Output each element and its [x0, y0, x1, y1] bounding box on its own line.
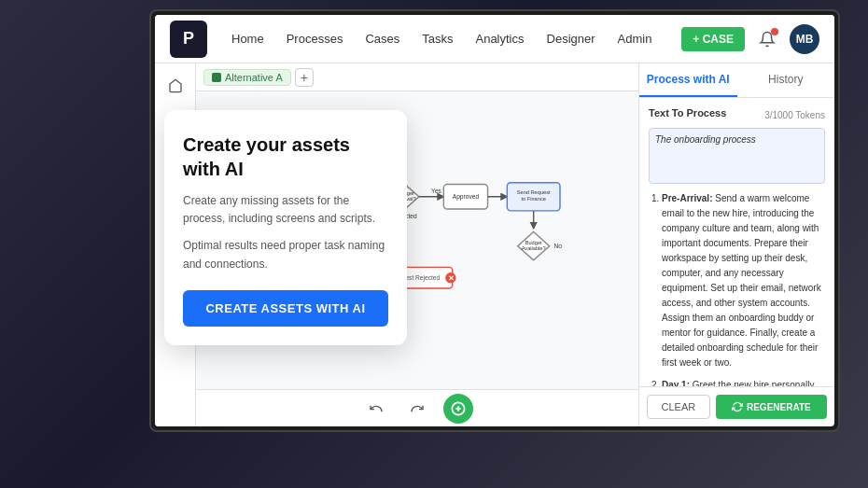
- text-to-process-label: Text To Process: [649, 107, 726, 119]
- nav-tasks[interactable]: Tasks: [413, 26, 462, 51]
- create-assets-button[interactable]: CREATE ASSETS WITH AI: [183, 290, 388, 327]
- nav-home[interactable]: Home: [222, 26, 273, 51]
- screen: P Home Processes Cases Tasks Analytics D…: [155, 15, 834, 426]
- step-1: Pre-Arrival: Send a warm welcome email t…: [662, 191, 825, 370]
- tab-label: Alternative A: [225, 72, 283, 83]
- svg-text:No: No: [553, 242, 562, 248]
- case-button[interactable]: + CASE: [681, 27, 745, 51]
- step-1-title: Pre-Arrival:: [662, 193, 712, 203]
- onboarding-content: Pre-Arrival: Send a warm welcome email t…: [649, 191, 825, 386]
- sidebar-icon-1[interactable]: [161, 71, 190, 101]
- svg-text:Send Request: Send Request: [517, 188, 551, 194]
- nav-processes[interactable]: Processes: [277, 26, 353, 51]
- app-logo: P: [170, 21, 207, 58]
- logo-text: P: [183, 29, 194, 49]
- svg-text:Available?: Available?: [522, 245, 546, 251]
- regenerate-button[interactable]: REGENERATE: [716, 395, 827, 419]
- navbar: P Home Processes Cases Tasks Analytics D…: [155, 15, 834, 63]
- tab-alternative-a[interactable]: Alternative A: [203, 69, 291, 86]
- svg-text:Yes: Yes: [431, 188, 441, 194]
- ai-modal-title: Create your assets with AI: [183, 132, 388, 181]
- add-circle-icon[interactable]: [443, 394, 473, 424]
- ai-modal-desc1: Create any missing assets for the proces…: [183, 192, 388, 228]
- step-2: Day 1: Greet the new hire personally and…: [662, 378, 825, 386]
- tab-add-button[interactable]: +: [295, 68, 314, 87]
- panel-footer: CLEAR REGENERATE: [639, 386, 834, 426]
- bottom-toolbar: [196, 389, 638, 426]
- svg-text:✕: ✕: [448, 274, 455, 283]
- ai-modal: Create your assets with AI Create any mi…: [164, 110, 407, 345]
- step-2-title: Day 1:: [662, 380, 690, 386]
- token-count: 3/1000 Tokens: [764, 110, 825, 120]
- clear-button[interactable]: CLEAR: [647, 395, 710, 419]
- notification-button[interactable]: [754, 26, 780, 52]
- user-avatar[interactable]: MB: [790, 24, 819, 54]
- svg-text:to Finance: to Finance: [521, 196, 545, 202]
- tab-history[interactable]: History: [737, 63, 835, 97]
- notification-dot: [771, 28, 778, 35]
- regenerate-label: REGENERATE: [747, 402, 811, 412]
- step-1-text: Send a warm welcome email to the new hir…: [662, 193, 821, 368]
- process-input: The onboarding process: [649, 128, 825, 184]
- panel-body: Text To Process 3/1000 Tokens The onboar…: [639, 98, 834, 386]
- svg-text:Approved: Approved: [453, 192, 480, 200]
- nav-admin[interactable]: Admin: [609, 26, 662, 51]
- panel-tabs: Process with AI History: [639, 63, 834, 98]
- nav-links: Home Processes Cases Tasks Analytics Des…: [222, 26, 681, 51]
- svg-text:Budget: Budget: [525, 239, 542, 244]
- tab-bar: Alternative A +: [196, 63, 638, 91]
- ai-modal-desc2: Optimal results need proper task naming …: [183, 237, 388, 272]
- redo-icon[interactable]: [402, 394, 432, 424]
- undo-icon[interactable]: [361, 394, 391, 424]
- main-content: Alternative A + Request Manager: [155, 63, 834, 426]
- nav-right: + CASE MB: [681, 24, 819, 54]
- right-panel: Process with AI History Text To Process …: [638, 63, 834, 426]
- monitor-frame: P Home Processes Cases Tasks Analytics D…: [149, 9, 840, 432]
- nav-cases[interactable]: Cases: [356, 26, 409, 51]
- svg-rect-7: [212, 73, 221, 82]
- process-input-text: The onboarding process: [655, 134, 756, 145]
- nav-designer[interactable]: Designer: [538, 26, 605, 51]
- tab-process-with-ai[interactable]: Process with AI: [639, 63, 737, 97]
- nav-analytics[interactable]: Analytics: [466, 26, 533, 51]
